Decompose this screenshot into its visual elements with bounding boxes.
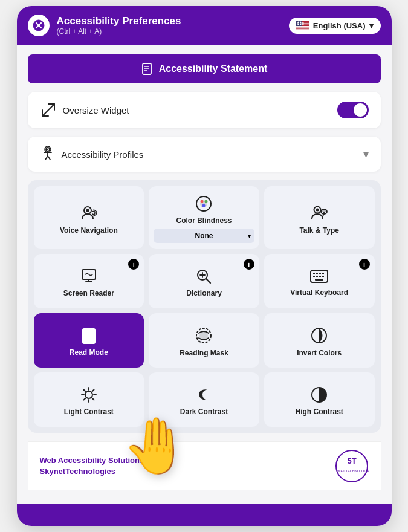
voice-navigation-icon — [79, 203, 99, 222]
svg-point-39 — [316, 209, 319, 212]
dark-contrast-label: Dark Contrast — [180, 407, 228, 416]
dark-contrast-icon — [195, 386, 212, 404]
dictionary-label: Dictionary — [186, 289, 222, 297]
language-label: English (USA) — [313, 21, 366, 30]
grid-item-dark-contrast[interactable]: Dark Contrast — [149, 372, 259, 427]
svg-rect-53 — [319, 273, 321, 274]
bottom-bar — [17, 504, 392, 526]
oversize-label: Oversize Widget — [40, 102, 129, 118]
svg-point-78 — [336, 450, 368, 482]
oversize-widget-label: Oversize Widget — [63, 105, 129, 115]
grid-item-dictionary[interactable]: i Dictionary — [149, 254, 259, 308]
svg-point-36 — [205, 200, 208, 203]
chevron-down-icon: ▾ — [363, 148, 369, 161]
virtual-keyboard-label: Virtual Keyboard — [290, 288, 348, 297]
svg-text:★★★: ★★★ — [297, 21, 305, 24]
footer: Web Accessibility Solutions by SkynetTec… — [28, 441, 381, 490]
svg-rect-56 — [316, 276, 318, 277]
reading-mask-label: Reading Mask — [180, 349, 228, 357]
svg-point-67 — [85, 391, 92, 398]
app-title: Accessibility Preferences — [57, 15, 181, 27]
main-body: Accessibility Statement Oversize Widget — [17, 45, 392, 504]
grid-item-voice-navigation[interactable]: Voice Navigation — [34, 186, 144, 249]
screen-reader-info-badge[interactable]: i — [128, 259, 139, 270]
grid-item-color-blindness[interactable]: Color Blindness None Protanopia Deuteran… — [149, 186, 259, 249]
company-logo: 5T SKYNET TECHNOLOGIES — [335, 449, 369, 483]
svg-line-29 — [48, 156, 50, 160]
header: Accessibility Preferences (Ctrl + Alt + … — [17, 6, 392, 45]
svg-text:SKYNET TECHNOLOGIES: SKYNET TECHNOLOGIES — [335, 469, 369, 473]
svg-line-28 — [45, 156, 48, 160]
color-blindness-select[interactable]: None Protanopia Deuteranopia Tritanopia — [154, 229, 254, 243]
color-blindness-icon — [195, 195, 213, 213]
chevron-down-icon: ▾ — [369, 21, 374, 30]
high-contrast-icon — [310, 386, 328, 404]
talk-type-icon — [309, 203, 329, 222]
svg-point-41 — [323, 210, 324, 212]
grid-item-invert-colors[interactable]: Invert Colors — [264, 313, 375, 368]
high-contrast-label: High Contrast — [295, 407, 343, 416]
svg-rect-10 — [296, 26, 309, 27]
document-icon — [141, 63, 153, 75]
svg-line-73 — [92, 398, 94, 400]
flag-icon: ★★★ ★★★ — [296, 21, 309, 30]
svg-point-32 — [86, 209, 89, 212]
svg-point-42 — [325, 210, 326, 212]
svg-rect-51 — [313, 273, 315, 274]
svg-line-75 — [83, 398, 85, 400]
reading-mask-icon — [194, 326, 213, 345]
language-selector[interactable]: ★★★ ★★★ English (USA) ▾ — [289, 18, 381, 34]
svg-rect-57 — [319, 276, 321, 277]
feature-grid: Voice Navigation Color Blindness None — [28, 180, 381, 433]
accessibility-profiles-row[interactable]: Accessibility Profiles ▾ — [28, 137, 381, 172]
svg-line-72 — [83, 390, 85, 392]
footer-line2: SkynetTechnologies — [40, 466, 155, 477]
grid-item-virtual-keyboard[interactable]: i Virtual Keyboard — [264, 254, 375, 308]
read-mode-label: Read Mode — [70, 348, 108, 357]
dictionary-info-badge[interactable]: i — [244, 259, 254, 270]
profiles-label: Accessibility Profiles — [40, 146, 144, 162]
app-shortcut: (Ctrl + Alt + A) — [57, 27, 181, 36]
accessibility-statement-button[interactable]: Accessibility Statement — [28, 54, 381, 83]
svg-line-23 — [42, 104, 54, 116]
svg-rect-59 — [315, 279, 323, 281]
resize-icon — [40, 102, 57, 118]
light-contrast-label: Light Contrast — [64, 407, 114, 416]
svg-text:5T: 5T — [347, 456, 356, 465]
grid-item-talk-type[interactable]: Talk & Type — [264, 186, 375, 249]
svg-rect-15 — [296, 29, 309, 30]
header-left: Accessibility Preferences (Ctrl + Alt + … — [28, 15, 181, 36]
svg-rect-14 — [296, 28, 309, 29]
svg-rect-58 — [322, 276, 324, 277]
accessibility-statement-label: Accessibility Statement — [159, 63, 268, 74]
svg-line-74 — [92, 390, 94, 392]
light-contrast-icon — [80, 386, 98, 404]
talk-type-label: Talk & Type — [299, 226, 339, 235]
virtual-keyboard-info-badge[interactable]: i — [359, 259, 370, 270]
svg-rect-52 — [316, 273, 318, 274]
svg-rect-55 — [313, 276, 315, 277]
svg-rect-13 — [296, 28, 309, 28]
oversize-widget-row: Oversize Widget — [28, 92, 381, 128]
color-blindness-select-wrapper: None Protanopia Deuteranopia Tritanopia … — [154, 229, 254, 243]
grid-item-read-mode[interactable]: Read Mode — [34, 313, 144, 368]
svg-point-25 — [47, 149, 48, 150]
grid-item-reading-mask[interactable]: Reading Mask — [149, 313, 259, 368]
svg-rect-12 — [296, 27, 309, 28]
close-button[interactable] — [28, 15, 50, 36]
read-mode-icon — [80, 326, 98, 345]
voice-navigation-label: Voice Navigation — [60, 226, 118, 235]
screen-reader-label: Screen Reader — [63, 289, 114, 297]
invert-colors-label: Invert Colors — [297, 349, 342, 357]
svg-rect-11 — [296, 27, 309, 27]
footer-text: Web Accessibility Solutions by SkynetTec… — [40, 455, 155, 477]
header-title: Accessibility Preferences (Ctrl + Alt + … — [57, 15, 181, 36]
accessibility-icon — [40, 146, 56, 162]
oversize-widget-toggle[interactable] — [337, 102, 369, 118]
dictionary-icon — [195, 267, 213, 285]
grid-item-light-contrast[interactable]: Light Contrast — [34, 372, 144, 427]
grid-item-screen-reader[interactable]: i Screen Reader — [34, 254, 144, 308]
invert-colors-icon — [310, 326, 328, 345]
grid-item-high-contrast[interactable]: High Contrast — [264, 372, 375, 427]
footer-line1: Web Accessibility Solutions by — [40, 455, 155, 466]
